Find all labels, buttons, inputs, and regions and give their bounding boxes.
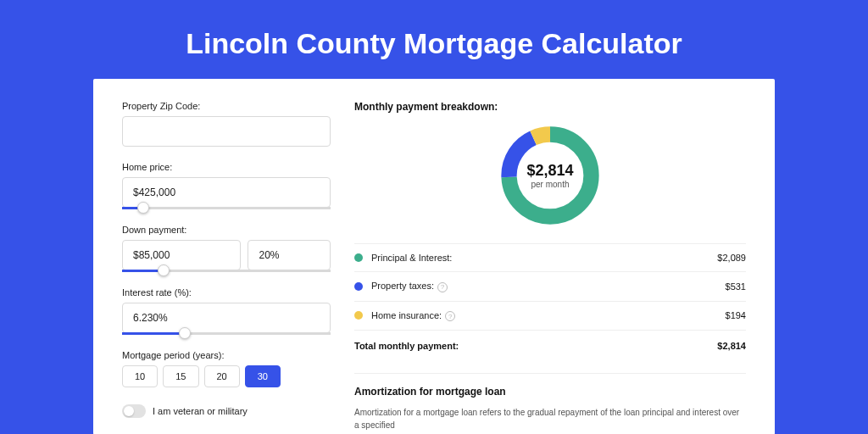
donut-amount: $2,814 (526, 162, 573, 180)
mortgage-period-field: Mortgage period (years): 10152030 (122, 350, 331, 387)
mortgage-period-segmented: 10152030 (122, 365, 331, 387)
breakdown-panel: Monthly payment breakdown: $2,814 per mo… (354, 101, 746, 434)
donut-sub: per month (531, 180, 569, 189)
period-option-10[interactable]: 10 (122, 365, 158, 387)
amortization-panel: Amortization for mortgage loan Amortizat… (354, 373, 746, 431)
down-payment-label: Down payment: (122, 225, 331, 235)
info-icon[interactable]: ? (445, 311, 455, 321)
veteran-toggle[interactable] (122, 404, 146, 418)
calculator-card: Property Zip Code: Home price: Down paym… (93, 79, 775, 434)
amortization-title: Amortization for mortgage loan (354, 386, 746, 398)
total-row: Total monthly payment: $2,814 (354, 331, 746, 361)
legend-value: $194 (726, 310, 746, 320)
period-option-15[interactable]: 15 (163, 365, 198, 387)
legend-row: Home insurance:?$194 (354, 302, 746, 331)
legend-value: $2,089 (717, 253, 746, 263)
down-payment-slider[interactable] (122, 270, 331, 272)
veteran-toggle-row: I am veteran or military (122, 404, 331, 418)
slider-thumb[interactable] (179, 327, 191, 339)
home-price-field: Home price: (122, 162, 331, 209)
interest-rate-label: Interest rate (%): (122, 287, 331, 298)
legend-dot (354, 282, 363, 291)
veteran-label: I am veteran or military (153, 406, 248, 416)
home-price-slider[interactable] (122, 207, 331, 209)
amortization-body: Amortization for a mortgage loan refers … (354, 406, 746, 431)
down-payment-percent-input[interactable] (248, 240, 331, 270)
legend-label: Property taxes:? (371, 281, 726, 292)
breakdown-title: Monthly payment breakdown: (354, 101, 746, 113)
legend: Principal & Interest:$2,089Property taxe… (354, 243, 746, 331)
period-option-20[interactable]: 20 (204, 365, 240, 387)
form-panel: Property Zip Code: Home price: Down paym… (122, 101, 331, 434)
down-payment-field: Down payment: (122, 225, 331, 272)
home-price-label: Home price: (122, 162, 331, 172)
mortgage-period-label: Mortgage period (years): (122, 350, 331, 360)
legend-label: Principal & Interest: (371, 253, 717, 263)
donut-chart-container: $2,814 per month (354, 121, 746, 230)
legend-row: Property taxes:?$531 (354, 272, 746, 302)
down-payment-input[interactable] (122, 240, 241, 270)
slider-thumb[interactable] (158, 264, 170, 276)
info-icon[interactable]: ? (437, 282, 448, 292)
zip-field: Property Zip Code: (122, 101, 331, 147)
legend-dot (354, 311, 363, 320)
legend-label: Home insurance:? (371, 310, 726, 322)
page-title: Lincoln County Mortgage Calculator (0, 0, 868, 79)
legend-value: $531 (726, 281, 746, 292)
total-value: $2,814 (717, 341, 746, 351)
legend-row: Principal & Interest:$2,089 (354, 244, 746, 272)
slider-thumb[interactable] (137, 202, 149, 214)
home-price-input[interactable] (122, 177, 331, 208)
interest-rate-slider[interactable] (122, 332, 331, 335)
legend-dot (354, 253, 363, 262)
zip-label: Property Zip Code: (122, 101, 331, 111)
interest-rate-field: Interest rate (%): (122, 287, 331, 335)
period-option-30[interactable]: 30 (245, 365, 281, 387)
zip-input[interactable] (122, 116, 331, 147)
total-label: Total monthly payment: (354, 341, 459, 351)
donut-center: $2,814 per month (496, 121, 604, 230)
donut-chart: $2,814 per month (496, 121, 604, 230)
interest-rate-input[interactable] (122, 303, 331, 333)
